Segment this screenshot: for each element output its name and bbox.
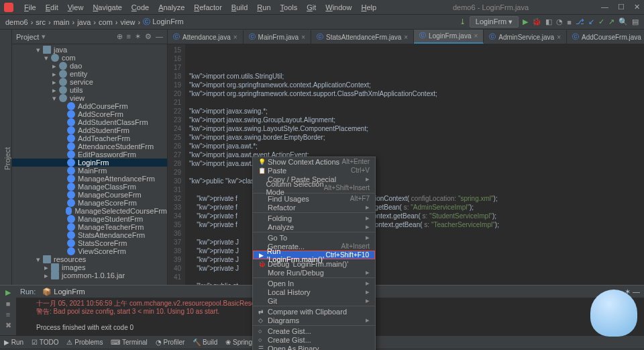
- tree-item-manageteacherfrm[interactable]: ManageTeacherFrm: [12, 223, 167, 231]
- editor-tab[interactable]: ⓒAddCourseFrm.java×: [567, 30, 644, 44]
- tree-item-managescorefrm[interactable]: ManageScoreFrm: [12, 199, 167, 207]
- settings-icon[interactable]: ⚙: [145, 32, 152, 41]
- tab-close-icon[interactable]: ×: [404, 34, 408, 41]
- context-menu-item[interactable]: ▶Run 'LoginFrm.main()'Ctrl+Shift+F10: [253, 251, 375, 259]
- context-menu-item[interactable]: Git▸: [253, 296, 375, 305]
- tree-item-entity[interactable]: ▸entity: [12, 70, 167, 78]
- tree-item-com[interactable]: ▾com: [12, 54, 167, 62]
- tool-profiler[interactable]: ◔ Profiler: [156, 339, 184, 346]
- editor-tab[interactable]: ⓒAttendance.java×: [168, 30, 244, 44]
- tool-build[interactable]: 🔨 Build: [193, 339, 217, 346]
- context-menu-item[interactable]: 📋PasteCtrl+V: [253, 166, 375, 175]
- menu-tools[interactable]: Tools: [276, 3, 302, 11]
- tree-item-view[interactable]: ▾view: [12, 94, 167, 102]
- tree-item-service[interactable]: ▸service: [12, 78, 167, 86]
- menu-navigate[interactable]: Navigate: [89, 3, 125, 11]
- menu-file[interactable]: File: [20, 3, 40, 11]
- breadcrumb-segment[interactable]: com: [99, 18, 113, 26]
- debug-icon[interactable]: 🐞: [532, 17, 541, 26]
- window-controls[interactable]: — ☐ ✕: [601, 3, 640, 11]
- breadcrumb-segment[interactable]: java: [77, 18, 91, 26]
- tree-item-utils[interactable]: ▸utils: [12, 86, 167, 94]
- tree-item-java[interactable]: ▾java: [12, 46, 167, 54]
- close-icon[interactable]: ✕: [634, 3, 640, 11]
- maximize-icon[interactable]: ☐: [618, 3, 625, 11]
- breadcrumb-segment[interactable]: main: [54, 18, 70, 26]
- context-menu-item[interactable]: Folding▸: [253, 214, 375, 222]
- minimize-icon[interactable]: —: [601, 3, 608, 11]
- editor-tab[interactable]: ⓒStatsAttendanceFrm.java×: [311, 30, 414, 44]
- editor-tabs[interactable]: ⓒAttendance.java×ⓒMainFrm.java×ⓒStatsAtt…: [168, 30, 644, 44]
- tree-item-managestudentfrm[interactable]: ManageStudentFrm: [12, 215, 167, 223]
- context-menu-item[interactable]: Local History▸: [253, 288, 375, 296]
- context-menu-item[interactable]: 💡Show Context ActionsAlt+Enter: [253, 157, 375, 166]
- project-tree[interactable]: ▾java▾com▸dao▸entity▸service▸utils▾viewA…: [12, 44, 167, 285]
- tree-item-jcommon-1.0.16.jar[interactable]: ▸jcommon-1.0.16.jar: [12, 271, 167, 279]
- select-opened-icon[interactable]: ⊕: [117, 32, 123, 41]
- context-menu-item[interactable]: Find UsagesAlt+F7: [253, 194, 375, 203]
- context-menu-item[interactable]: Analyze▸: [253, 222, 375, 231]
- tree-item-addscorefrm[interactable]: AddScoreFrm: [12, 110, 167, 118]
- editor-body[interactable]: 1516171819202122232425262728293031323334…: [168, 44, 644, 285]
- ide-settings-icon[interactable]: ▤: [632, 17, 639, 26]
- breadcrumb-segment[interactable]: ⓒ LoginFrm: [143, 17, 184, 27]
- rerun-icon[interactable]: ▶: [5, 288, 11, 297]
- tree-item-manageselectedcoursefrm[interactable]: ManageSelectedCourseFrm: [12, 207, 167, 215]
- git-commit-icon[interactable]: ✓: [598, 17, 604, 26]
- git-branch-icon[interactable]: ⎇: [576, 17, 584, 26]
- tree-item-mainfrm[interactable]: MainFrm: [12, 167, 167, 175]
- hide-icon[interactable]: —: [156, 32, 163, 41]
- tool-run[interactable]: ▶ Run: [4, 339, 23, 346]
- menu-view[interactable]: View: [64, 3, 88, 11]
- tree-item-addteacherfrm[interactable]: AddTeacherFrm: [12, 134, 167, 142]
- tree-item-addcoursefrm[interactable]: AddCourseFrm: [12, 102, 167, 110]
- run-config-selector[interactable]: LoginFrm ▾: [470, 16, 519, 28]
- context-menu-item[interactable]: ☰Open As Binary: [253, 344, 375, 350]
- menu-refactor[interactable]: Refactor: [190, 3, 226, 11]
- breadcrumb[interactable]: demo6›src›main›java›com›view›ⓒ LoginFrm: [5, 17, 184, 27]
- menu-analyze[interactable]: Analyze: [154, 3, 189, 11]
- editor-tab[interactable]: ⓒLoginFrm.java×: [414, 30, 484, 44]
- tree-item-images[interactable]: ▸images: [12, 263, 167, 271]
- tab-close-icon[interactable]: ×: [233, 34, 237, 41]
- menu-help[interactable]: Help: [357, 3, 380, 11]
- dropdown-icon[interactable]: ▾: [42, 32, 46, 41]
- context-menu-item[interactable]: Refactor▸: [253, 203, 375, 212]
- stop-run-icon[interactable]: ■: [6, 300, 11, 308]
- breadcrumb-segment[interactable]: demo6: [5, 18, 28, 26]
- context-menu-item[interactable]: ○Create Gist...: [253, 335, 375, 344]
- run-icon[interactable]: ▶: [523, 17, 528, 26]
- tree-item-statsscorefrm[interactable]: StatsScoreFrm: [12, 239, 167, 247]
- tree-item-manageclassfrm[interactable]: ManageClassFrm: [12, 183, 167, 191]
- tab-close-icon[interactable]: ×: [474, 32, 478, 40]
- build-icon[interactable]: ⤓: [460, 17, 466, 26]
- tool-spring[interactable]: ❀ Spring: [225, 339, 252, 346]
- tree-item-managecoursefrm[interactable]: ManageCourseFrm: [12, 191, 167, 199]
- tree-item-dao[interactable]: ▸dao: [12, 62, 167, 70]
- editor-tab[interactable]: ⓒMainFrm.java×: [244, 30, 311, 44]
- context-menu-item[interactable]: More Run/Debug▸: [253, 268, 375, 277]
- trash-icon[interactable]: ✖: [5, 321, 11, 330]
- tree-item-resources[interactable]: ▾resources: [12, 255, 167, 263]
- coverage-icon[interactable]: ◧: [545, 17, 552, 26]
- tree-item-manageattendancefrm[interactable]: ManageAttendanceFrm: [12, 175, 167, 183]
- layout-icon[interactable]: ≡: [6, 310, 10, 318]
- collapse-icon[interactable]: ✶: [135, 32, 141, 41]
- project-tool-button[interactable]: Project: [3, 147, 11, 170]
- menu-code[interactable]: Code: [127, 3, 153, 11]
- tool-terminal[interactable]: ⌨ Terminal: [111, 339, 147, 346]
- menu-build[interactable]: Build: [227, 3, 252, 11]
- editor-tab[interactable]: ⓒAdminService.java×: [484, 30, 567, 44]
- tree-item-viewscorefrm[interactable]: ViewScoreFrm: [12, 247, 167, 255]
- context-menu[interactable]: 💡Show Context ActionsAlt+Enter📋PasteCtrl…: [252, 157, 376, 350]
- menu-bar[interactable]: FileEditViewNavigateCodeAnalyzeRefactorB…: [20, 3, 380, 11]
- context-menu-item[interactable]: Open In▸: [253, 279, 375, 288]
- tool-problems[interactable]: ⚠ Problems: [66, 339, 103, 346]
- menu-git[interactable]: Git: [303, 3, 320, 11]
- context-menu-item[interactable]: ◇Diagrams▸: [253, 316, 375, 324]
- run-panel-config[interactable]: 📦 LoginFrm: [42, 288, 85, 296]
- menu-run[interactable]: Run: [253, 3, 274, 11]
- stop-icon[interactable]: ■: [567, 18, 572, 26]
- tree-item-editpasswordfrm[interactable]: EditPasswordFrm: [12, 150, 167, 159]
- tree-item-loginfrm[interactable]: LoginFrm: [12, 159, 167, 167]
